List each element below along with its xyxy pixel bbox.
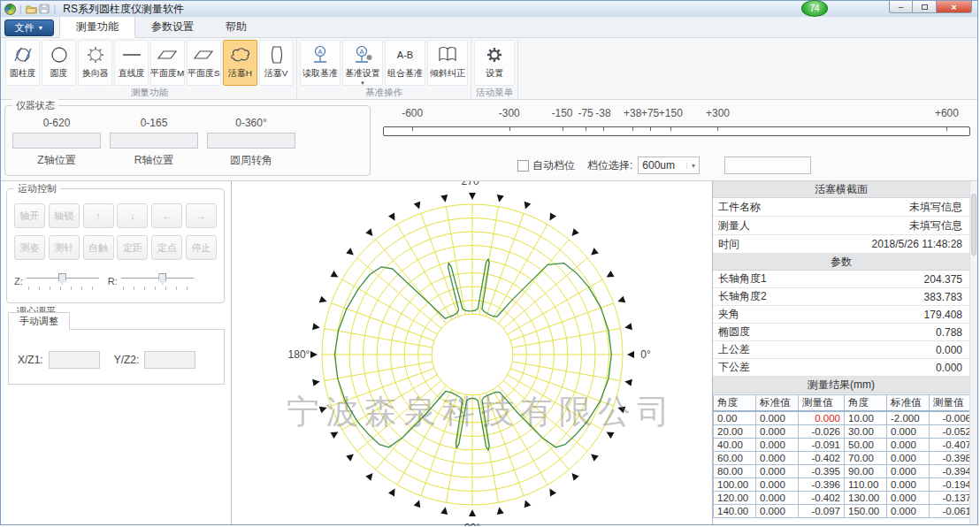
table-row[interactable]: 80.000.000-0.39590.000.000-0.394 bbox=[714, 465, 976, 478]
results-header-cell[interactable]: 测量值 bbox=[799, 395, 845, 412]
table-row[interactable]: 0.000.0000.00010.00-2.000-0.006 bbox=[714, 411, 976, 425]
result-cell[interactable]: 80.00 bbox=[714, 465, 756, 478]
result-cell[interactable]: 150.00 bbox=[845, 505, 887, 518]
result-cell[interactable]: 0.000 bbox=[756, 452, 799, 465]
motion-button[interactable]: ↓ bbox=[117, 203, 148, 228]
table-row[interactable]: 100.000.000-0.396110.000.000-0.194 bbox=[714, 478, 976, 492]
motion-button[interactable]: ← bbox=[151, 203, 182, 228]
scrollbar-thumb[interactable] bbox=[971, 194, 976, 256]
results-header-cell[interactable]: 标准值 bbox=[756, 395, 799, 412]
motion-button[interactable]: ↑ bbox=[83, 203, 114, 228]
motion-button[interactable]: 定距 bbox=[117, 235, 148, 260]
result-cell[interactable]: -0.091 bbox=[799, 439, 845, 452]
motion-button[interactable]: 测姿 bbox=[14, 235, 45, 260]
result-cell[interactable]: -0.394 bbox=[930, 465, 976, 478]
result-cell[interactable]: -0.395 bbox=[799, 465, 845, 478]
r-slider-thumb[interactable] bbox=[158, 273, 166, 285]
result-cell[interactable]: 50.00 bbox=[845, 439, 887, 452]
result-cell[interactable]: -0.137 bbox=[930, 492, 976, 505]
results-header-cell[interactable]: 角度 bbox=[845, 395, 887, 412]
xz1-field[interactable] bbox=[49, 351, 100, 369]
tool-commutator[interactable]: 换向器 bbox=[78, 40, 112, 86]
motion-button[interactable]: 测针 bbox=[49, 235, 80, 260]
table-row[interactable]: 120.000.000-0.402130.000.000-0.137 bbox=[714, 492, 976, 505]
z-speed-slider[interactable] bbox=[27, 271, 99, 292]
result-cell[interactable]: -0.061 bbox=[930, 505, 976, 518]
vertical-scrollbar[interactable] bbox=[969, 181, 977, 524]
yz2-field[interactable] bbox=[144, 351, 195, 369]
result-cell[interactable]: 0.000 bbox=[756, 411, 799, 425]
rotation-angle-field[interactable] bbox=[207, 133, 295, 149]
r-axis-position-field[interactable] bbox=[110, 133, 198, 149]
motion-button[interactable]: 停止 bbox=[186, 235, 217, 260]
results-header-cell[interactable]: 测量值 bbox=[930, 395, 976, 412]
open-file-icon[interactable] bbox=[26, 4, 38, 14]
minimize-button[interactable]: – bbox=[889, 1, 913, 13]
result-cell[interactable]: 0.00 bbox=[714, 411, 756, 425]
result-cell[interactable]: 90.00 bbox=[845, 465, 887, 478]
tool-cylindricity[interactable]: 圆柱度 bbox=[5, 40, 40, 86]
tool-piston-v[interactable]: 活塞V bbox=[259, 40, 294, 86]
save-icon[interactable] bbox=[38, 4, 50, 14]
gear-range-select[interactable]: 600um ▼ bbox=[638, 157, 700, 174]
result-cell[interactable]: 0.000 bbox=[887, 505, 930, 518]
tool-straightness[interactable]: 直线度 bbox=[114, 40, 149, 86]
auto-gear-checkbox[interactable] bbox=[517, 160, 529, 172]
tab-help[interactable]: 帮助 bbox=[210, 16, 263, 37]
file-menu-button[interactable]: 文件 ▼ bbox=[4, 19, 54, 36]
tool-flatness-s[interactable]: 平面度S bbox=[187, 40, 221, 86]
result-cell[interactable]: -0.026 bbox=[799, 425, 845, 439]
result-cell[interactable]: 0.000 bbox=[887, 439, 930, 452]
result-cell[interactable]: 0.000 bbox=[756, 478, 799, 492]
gear-value-field[interactable] bbox=[724, 157, 811, 174]
tool-settings[interactable]: 设置 bbox=[474, 40, 515, 86]
motion-button[interactable]: → bbox=[186, 203, 217, 228]
result-cell[interactable]: 0.000 bbox=[756, 425, 799, 439]
result-cell[interactable]: -0.407 bbox=[930, 439, 976, 452]
tool-piston-h[interactable]: 活塞H bbox=[223, 40, 257, 86]
table-row[interactable]: 40.000.000-0.09150.000.000-0.407 bbox=[714, 439, 976, 452]
tool-tilt-correct[interactable]: 倾斜纠正 bbox=[427, 40, 468, 86]
tool-flatness-m[interactable]: 平面度M bbox=[150, 40, 185, 86]
tool-datum-combine[interactable]: A-B 组合基准 bbox=[385, 40, 425, 86]
result-cell[interactable]: -2.000 bbox=[887, 411, 930, 425]
tool-datum-read[interactable]: A 读取基准 bbox=[300, 40, 341, 86]
result-cell[interactable]: -0.097 bbox=[799, 505, 845, 518]
result-cell[interactable]: 0.000 bbox=[887, 465, 930, 478]
tool-roundness[interactable]: 圆度 bbox=[42, 40, 76, 86]
result-cell[interactable]: -0.194 bbox=[930, 478, 976, 492]
result-cell[interactable]: 0.000 bbox=[756, 465, 799, 478]
result-cell[interactable]: 70.00 bbox=[845, 452, 887, 465]
tab-manual-adjust[interactable]: 手动调整 bbox=[8, 312, 70, 330]
result-cell[interactable]: 0.000 bbox=[756, 505, 799, 518]
result-cell[interactable]: 0.000 bbox=[887, 452, 930, 465]
z-slider-thumb[interactable] bbox=[58, 273, 66, 285]
result-cell[interactable]: 110.00 bbox=[845, 478, 887, 492]
motion-button[interactable]: 轴开 bbox=[14, 203, 45, 228]
result-cell[interactable]: 60.00 bbox=[714, 452, 756, 465]
results-header-cell[interactable]: 角度 bbox=[714, 395, 756, 412]
result-cell[interactable]: 0.000 bbox=[887, 425, 930, 439]
result-cell[interactable]: 0.000 bbox=[756, 492, 799, 505]
result-cell[interactable]: 140.00 bbox=[714, 505, 756, 518]
result-cell[interactable]: 100.00 bbox=[714, 478, 756, 492]
result-cell[interactable]: 0.000 bbox=[887, 492, 930, 505]
result-cell[interactable]: 0.000 bbox=[887, 478, 930, 492]
z-axis-position-field[interactable] bbox=[12, 133, 101, 149]
motion-button[interactable]: 定点 bbox=[151, 235, 182, 260]
result-cell[interactable]: -0.402 bbox=[799, 492, 845, 505]
tool-datum-settings[interactable]: A 基准设置 ▼ bbox=[342, 40, 383, 86]
result-cell[interactable]: 20.00 bbox=[714, 425, 756, 439]
result-cell[interactable]: 10.00 bbox=[845, 411, 887, 425]
result-cell[interactable]: 0.000 bbox=[799, 411, 845, 425]
result-cell[interactable]: -0.398 bbox=[930, 452, 976, 465]
table-row[interactable]: 140.000.000-0.097150.000.000-0.061 bbox=[714, 505, 976, 518]
table-row[interactable]: 60.000.000-0.40270.000.000-0.398 bbox=[714, 452, 976, 465]
table-row[interactable]: 20.000.000-0.02630.000.000-0.052 bbox=[714, 425, 976, 439]
result-cell[interactable]: 40.00 bbox=[714, 439, 756, 452]
result-cell[interactable]: -0.396 bbox=[799, 478, 845, 492]
results-header-cell[interactable]: 标准值 bbox=[887, 395, 930, 412]
result-cell[interactable]: -0.006 bbox=[930, 411, 976, 425]
result-cell[interactable]: 0.000 bbox=[756, 439, 799, 452]
tab-measure-functions[interactable]: 测量功能 bbox=[59, 15, 135, 38]
